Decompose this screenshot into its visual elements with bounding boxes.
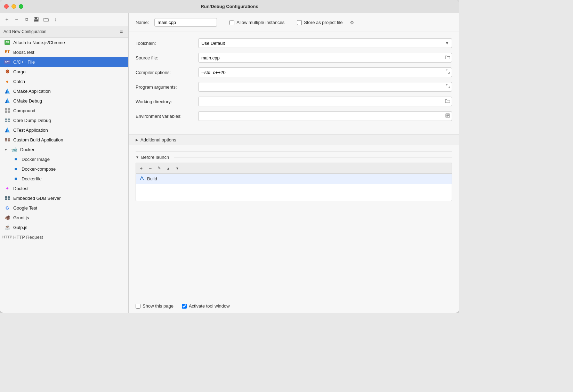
- program-args-control: [198, 82, 452, 92]
- env-vars-edit-icon[interactable]: [445, 113, 450, 119]
- embedded-gdb-icon: [4, 195, 10, 201]
- program-args-expand-icon[interactable]: [446, 84, 450, 89]
- copy-config-button[interactable]: ⧉: [22, 15, 31, 24]
- sort-config-button[interactable]: ≡: [118, 28, 125, 35]
- env-vars-control: [198, 111, 452, 121]
- core-dump-label: Core Dump Debug: [13, 118, 51, 123]
- before-launch-title: Before launch: [141, 155, 169, 160]
- cargo-label: Cargo: [13, 69, 25, 74]
- footer: Show this page Activate tool window: [129, 299, 459, 313]
- sidebar-item-boost-test[interactable]: BT Boost.Test: [0, 47, 128, 57]
- form-header: Name: Allow multiple instances Store as …: [129, 13, 459, 32]
- working-dir-input[interactable]: [198, 97, 452, 106]
- embedded-gdb-label: Embedded GDB Server: [13, 196, 61, 201]
- sidebar-item-cmake-debug[interactable]: CMake Debug: [0, 96, 128, 106]
- custom-build-label: Custom Build Application: [13, 137, 63, 142]
- custombuild-icon: [4, 137, 10, 143]
- sidebar-item-catch[interactable]: ● Catch: [0, 76, 128, 86]
- compiler-options-label: Compiler options:: [136, 70, 198, 75]
- store-project-checkbox[interactable]: [297, 20, 302, 25]
- sidebar-item-gulp[interactable]: ☕ Gulp.js: [0, 222, 128, 232]
- working-dir-row: Working directory:: [136, 96, 452, 107]
- sidebar-item-google-test[interactable]: G Google Test: [0, 203, 128, 213]
- docker-label: Docker: [20, 147, 34, 152]
- config-list: JS Attach to Node.js/Chrome BT Boost.Tes…: [0, 38, 128, 313]
- sidebar-item-http-request[interactable]: HTTP HTTP Request: [0, 232, 128, 242]
- bl-build-item[interactable]: Build: [136, 174, 452, 184]
- bl-down-button[interactable]: ▼: [173, 164, 181, 172]
- program-args-row: Program arguments:: [136, 81, 452, 92]
- allow-multiple-group: Allow multiple instances: [229, 20, 284, 25]
- sidebar-item-grunt[interactable]: 🐗 Grunt.js: [0, 213, 128, 222]
- show-page-label: Show this page: [143, 303, 173, 309]
- docker-icon: 🐋: [11, 146, 17, 153]
- name-label: Name:: [136, 20, 149, 25]
- cpp-icon: C++: [4, 59, 10, 65]
- env-vars-label: Environment variables:: [136, 114, 198, 119]
- activate-window-label: Activate tool window: [189, 303, 230, 309]
- working-dir-folder-icon[interactable]: [445, 99, 450, 104]
- program-args-label: Program arguments:: [136, 84, 198, 90]
- add-config-header: Add New Configuration ≡: [0, 26, 128, 38]
- add-config-button[interactable]: +: [3, 15, 11, 24]
- sidebar-item-custom-build[interactable]: Custom Build Application: [0, 135, 128, 145]
- maximize-button[interactable]: [19, 4, 23, 9]
- sidebar-item-dockerfile[interactable]: ■ Dockerfile: [0, 174, 128, 183]
- sidebar-item-doctest[interactable]: ✦ Doctest: [0, 183, 128, 193]
- sidebar-item-cpp-file[interactable]: C++ C/C++ File: [0, 57, 128, 67]
- toolchain-select[interactable]: Use Default: [198, 38, 452, 48]
- sidebar-item-docker-compose[interactable]: ■ Docker-compose: [0, 164, 128, 174]
- sidebar-item-embedded-gdb[interactable]: Embedded GDB Server: [0, 193, 128, 203]
- compiler-options-control: [198, 67, 452, 77]
- save-config-button[interactable]: [32, 15, 40, 24]
- activate-window-group: Activate tool window: [182, 303, 230, 309]
- bl-remove-button[interactable]: −: [146, 164, 154, 172]
- sidebar-item-compound[interactable]: Compound: [0, 106, 128, 115]
- source-file-input[interactable]: [198, 53, 452, 63]
- bl-add-button[interactable]: +: [137, 164, 145, 172]
- grunt-icon: 🐗: [4, 214, 10, 221]
- remove-config-button[interactable]: −: [13, 15, 21, 24]
- show-page-group: Show this page: [136, 303, 173, 309]
- bl-up-button[interactable]: ▲: [164, 164, 172, 172]
- gulp-label: Gulp.js: [13, 225, 27, 230]
- gear-button[interactable]: ⚙: [350, 20, 354, 25]
- sidebar-item-core-dump[interactable]: Core Dump Debug: [0, 115, 128, 125]
- sidebar-item-ctest[interactable]: CTest Application: [0, 125, 128, 135]
- traffic-lights: [4, 4, 23, 9]
- sidebar-item-cmake-app[interactable]: CMake Application: [0, 86, 128, 96]
- env-vars-input[interactable]: [198, 111, 452, 121]
- sidebar-item-docker-image[interactable]: ■ Docker Image: [0, 154, 128, 164]
- minimize-button[interactable]: [11, 4, 16, 9]
- doctest-label: Doctest: [13, 186, 29, 191]
- working-dir-label: Working directory:: [136, 99, 198, 104]
- before-launch-list: Build: [136, 173, 452, 201]
- doctest-icon: ✦: [4, 185, 10, 191]
- sidebar-item-attach-nodejs[interactable]: JS Attach to Node.js/Chrome: [0, 38, 128, 47]
- catch-icon: ●: [4, 78, 10, 84]
- before-launch-chevron: ▼: [136, 155, 139, 159]
- compound-icon: [4, 107, 10, 114]
- additional-options-section[interactable]: ▶ Additional options: [129, 134, 459, 145]
- sidebar-item-docker[interactable]: ▼ 🐋 Docker: [0, 145, 128, 154]
- before-launch-header[interactable]: ▼ Before launch: [136, 152, 452, 163]
- ctest-icon: [4, 127, 10, 133]
- env-vars-row: Environment variables:: [136, 111, 452, 122]
- folder-config-button[interactable]: [42, 15, 50, 24]
- close-button[interactable]: [4, 4, 9, 9]
- name-input[interactable]: [154, 18, 217, 27]
- bl-edit-button[interactable]: ✎: [155, 164, 163, 172]
- program-args-input[interactable]: [198, 82, 452, 92]
- compiler-options-expand-icon[interactable]: [446, 70, 450, 74]
- activate-window-checkbox[interactable]: [182, 304, 187, 309]
- allow-multiple-checkbox[interactable]: [229, 20, 234, 25]
- docker-compose-icon: ■: [13, 166, 19, 172]
- compiler-options-input[interactable]: [198, 67, 452, 77]
- ctest-label: CTest Application: [13, 128, 48, 133]
- source-file-folder-icon[interactable]: [445, 55, 450, 60]
- cpp-file-label: C/C++ File: [13, 59, 35, 65]
- sidebar-item-cargo[interactable]: ⚙ Cargo: [0, 67, 128, 76]
- sort-button[interactable]: ↕: [51, 15, 60, 24]
- main-window: Run/Debug Configurations + − ⧉ ↕: [0, 0, 459, 313]
- show-page-checkbox[interactable]: [136, 304, 140, 309]
